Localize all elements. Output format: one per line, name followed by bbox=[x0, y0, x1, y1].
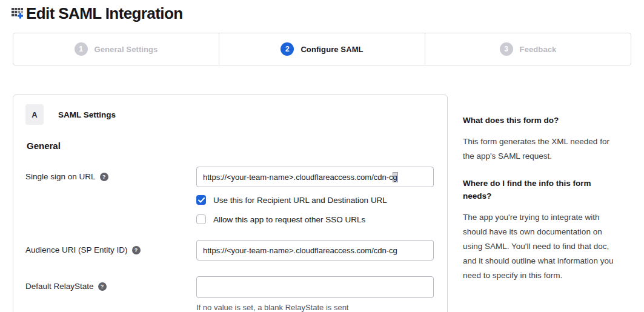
sso-url-input[interactable]: https://<your-team-name>.cloudflareacces… bbox=[196, 167, 434, 187]
recipient-url-checkbox-row[interactable]: Use this for Recipient URL and Destinati… bbox=[196, 195, 434, 205]
saml-settings-panel: A SAML Settings General Single sign on U… bbox=[13, 95, 448, 312]
step-feedback[interactable]: 3 Feedback bbox=[425, 33, 631, 65]
sidebar-heading-what: What does this form do? bbox=[463, 114, 617, 127]
text-cursor: g bbox=[393, 173, 397, 182]
sidebar-body-where: The app you're trying to integrate with … bbox=[463, 210, 617, 283]
sso-url-label: Single sign on URL? bbox=[25, 167, 196, 224]
relay-state-label: Default RelayState? bbox=[25, 276, 196, 312]
help-sidebar: What does this form do? This form genera… bbox=[463, 95, 617, 296]
step-number-badge: 1 bbox=[75, 42, 88, 56]
sso-url-field-row: Single sign on URL? https://<your-team-n… bbox=[25, 167, 435, 224]
step-general-settings[interactable]: 1 General Settings bbox=[13, 33, 219, 65]
app-grid-add-icon bbox=[11, 6, 24, 22]
audience-uri-field-row: Audience URI (SP Entity ID)? bbox=[25, 240, 435, 261]
checkbox-unchecked-icon[interactable] bbox=[196, 214, 206, 224]
audience-uri-label: Audience URI (SP Entity ID)? bbox=[25, 240, 196, 261]
step-label: General Settings bbox=[95, 45, 158, 54]
help-icon[interactable]: ? bbox=[100, 173, 108, 181]
panel-header: A SAML Settings bbox=[25, 104, 435, 125]
sidebar-body-what: This form generates the XML needed for t… bbox=[463, 134, 617, 164]
sidebar-heading-where: Where do I find the info this form needs… bbox=[463, 177, 617, 203]
relay-state-input[interactable] bbox=[196, 276, 434, 298]
checkbox-checked-icon[interactable] bbox=[196, 195, 206, 205]
page-title: Edit SAML Integration bbox=[26, 4, 182, 23]
step-number-badge: 3 bbox=[500, 42, 513, 56]
relay-state-hint: If no value is set, a blank RelayState i… bbox=[196, 303, 434, 312]
audience-uri-input[interactable] bbox=[196, 240, 434, 261]
panel-title: SAML Settings bbox=[58, 110, 116, 119]
sso-url-control: https://<your-team-name>.cloudflareacces… bbox=[196, 167, 434, 224]
help-icon[interactable]: ? bbox=[98, 282, 107, 291]
section-a-badge: A bbox=[25, 104, 44, 125]
sso-url-value: https://<your-team-name>.cloudflareacces… bbox=[203, 173, 393, 182]
audience-uri-control bbox=[196, 240, 434, 261]
relay-state-control: If no value is set, a blank RelayState i… bbox=[196, 276, 434, 312]
wizard-stepper: 1 General Settings 2 Configure SAML 3 Fe… bbox=[13, 33, 631, 65]
page-header: Edit SAML Integration bbox=[0, 0, 644, 23]
step-number-badge: 2 bbox=[281, 42, 294, 56]
other-sso-checkbox-row[interactable]: Allow this app to request other SSO URLs bbox=[196, 214, 434, 224]
content-area: A SAML Settings General Single sign on U… bbox=[13, 95, 631, 312]
step-label: Feedback bbox=[520, 45, 557, 54]
relay-state-field-row: Default RelayState? If no value is set, … bbox=[25, 276, 435, 312]
other-sso-checkbox-label[interactable]: Allow this app to request other SSO URLs bbox=[213, 215, 365, 224]
recipient-url-checkbox-label[interactable]: Use this for Recipient URL and Destinati… bbox=[213, 196, 387, 205]
step-configure-saml[interactable]: 2 Configure SAML bbox=[219, 33, 425, 65]
general-section-heading: General bbox=[27, 141, 435, 151]
help-icon[interactable]: ? bbox=[132, 246, 141, 254]
step-label: Configure SAML bbox=[300, 45, 363, 54]
